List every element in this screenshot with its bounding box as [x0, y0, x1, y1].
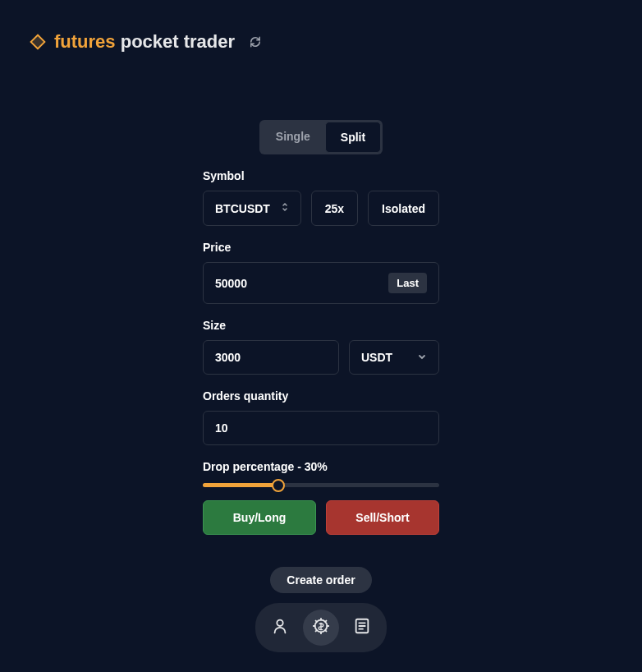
header: futures pocket trader	[0, 0, 642, 53]
leverage-button[interactable]: 25x	[311, 191, 358, 226]
drop-slider[interactable]	[203, 483, 439, 487]
size-label: Size	[203, 319, 439, 332]
order-form: Single Split Symbol BTCUSDT 25x Isolated…	[203, 120, 439, 535]
tab-split[interactable]: Split	[325, 122, 381, 153]
nav-create-order-button[interactable]	[303, 610, 339, 646]
svg-point-0	[277, 620, 282, 626]
unit-value: USDT	[361, 351, 392, 364]
buy-long-button[interactable]: Buy/Long	[203, 500, 316, 535]
symbol-value: BTCUSDT	[215, 202, 270, 215]
price-input[interactable]	[215, 277, 388, 290]
chevron-down-icon	[417, 351, 427, 364]
logo-icon	[30, 34, 46, 50]
logo: futures pocket trader	[30, 31, 235, 53]
nav-list-button[interactable]	[344, 610, 380, 646]
sell-short-button[interactable]: Sell/Short	[326, 500, 439, 535]
symbol-label: Symbol	[203, 169, 439, 182]
drop-label: Drop percentage - 30%	[203, 460, 439, 473]
price-input-wrap: Last	[203, 262, 439, 304]
symbol-select[interactable]: BTCUSDT	[203, 191, 301, 226]
select-icon	[281, 201, 289, 215]
qty-label: Orders quantity	[203, 389, 439, 403]
mode-tabs: Single Split	[203, 120, 439, 154]
price-label: Price	[203, 241, 439, 254]
nav-account-button[interactable]	[262, 610, 298, 646]
user-icon	[271, 617, 289, 638]
size-input[interactable]	[215, 351, 327, 364]
qty-input[interactable]	[215, 421, 427, 435]
size-input-wrap	[203, 340, 339, 375]
price-last-button[interactable]: Last	[388, 273, 427, 293]
refresh-icon[interactable]	[250, 36, 261, 48]
coin-gear-icon	[312, 617, 330, 638]
slider-thumb[interactable]	[272, 479, 285, 492]
tab-single[interactable]: Single	[261, 122, 325, 153]
nav-tooltip: Create order	[270, 567, 371, 593]
list-icon	[353, 617, 371, 638]
bottom-nav: Create order	[255, 567, 387, 652]
margin-type-button[interactable]: Isolated	[368, 191, 439, 226]
brand-title: futures pocket trader	[54, 31, 235, 53]
size-unit-select[interactable]: USDT	[349, 340, 439, 375]
qty-input-wrap	[203, 411, 439, 445]
